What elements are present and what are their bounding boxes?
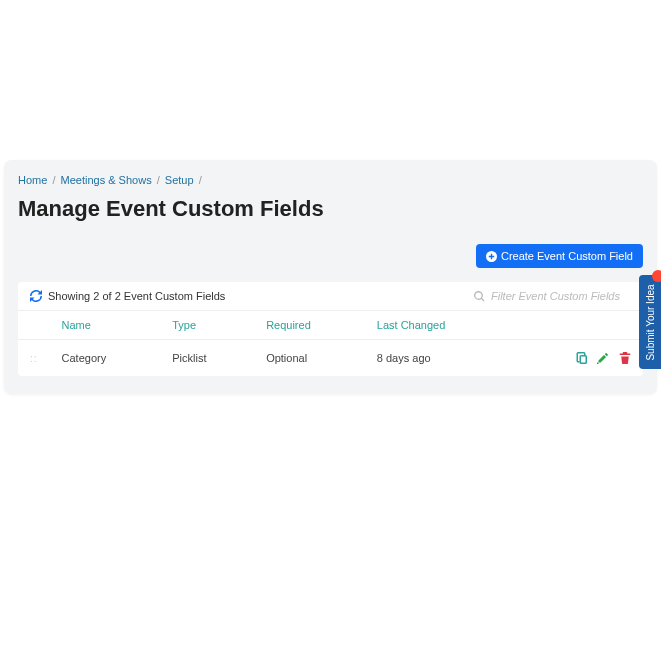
refresh-icon[interactable] xyxy=(30,290,42,302)
submit-idea-label: Submit Your Idea xyxy=(645,284,656,360)
breadcrumb: Home / Meetings & Shows / Setup / xyxy=(18,174,643,186)
page-title: Manage Event Custom Fields xyxy=(18,196,643,222)
col-last-changed[interactable]: Last Changed xyxy=(365,311,514,340)
custom-fields-table: Name Type Required Last Changed :: Categ… xyxy=(18,310,643,376)
breadcrumb-meetings[interactable]: Meetings & Shows xyxy=(61,174,152,186)
toolbar: Create Event Custom Field xyxy=(18,244,643,268)
duplicate-icon[interactable] xyxy=(575,352,587,364)
col-actions xyxy=(514,311,643,340)
cell-type: Picklist xyxy=(160,340,254,377)
table-panel: Showing 2 of 2 Event Custom Fields Name … xyxy=(18,282,643,376)
breadcrumb-sep: / xyxy=(157,174,160,186)
page-card: Home / Meetings & Shows / Setup / Manage… xyxy=(4,160,657,394)
search-icon xyxy=(474,291,485,302)
breadcrumb-setup[interactable]: Setup xyxy=(165,174,194,186)
plus-circle-icon xyxy=(486,251,497,262)
notification-dot-icon xyxy=(652,270,661,282)
search-wrap xyxy=(474,290,631,302)
status-text: Showing 2 of 2 Event Custom Fields xyxy=(48,290,225,302)
create-event-custom-field-button[interactable]: Create Event Custom Field xyxy=(476,244,643,268)
cell-last-changed: 8 days ago xyxy=(365,340,514,377)
col-name[interactable]: Name xyxy=(50,311,161,340)
create-button-label: Create Event Custom Field xyxy=(501,250,633,262)
col-type[interactable]: Type xyxy=(160,311,254,340)
edit-icon[interactable] xyxy=(597,352,609,364)
breadcrumb-home[interactable]: Home xyxy=(18,174,47,186)
col-handle xyxy=(18,311,50,340)
drag-handle-icon[interactable]: :: xyxy=(30,353,38,364)
breadcrumb-sep: / xyxy=(199,174,202,186)
delete-icon[interactable] xyxy=(619,352,631,364)
col-required[interactable]: Required xyxy=(254,311,365,340)
cell-required: Optional xyxy=(254,340,365,377)
submit-idea-tab[interactable]: Submit Your Idea xyxy=(639,275,661,369)
breadcrumb-sep: / xyxy=(52,174,55,186)
panel-header: Showing 2 of 2 Event Custom Fields xyxy=(18,282,643,310)
filter-input[interactable] xyxy=(491,290,631,302)
table-row: :: Category Picklist Optional 8 days ago xyxy=(18,340,643,377)
row-actions xyxy=(526,352,631,364)
cell-name: Category xyxy=(50,340,161,377)
